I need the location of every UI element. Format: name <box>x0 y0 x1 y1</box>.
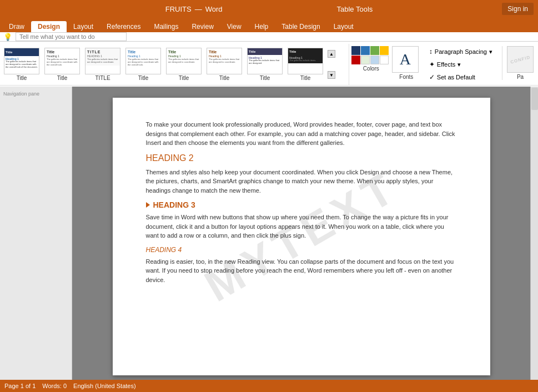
page-container[interactable]: MYTEXT To make your document look profes… <box>72 87 530 380</box>
watermark-label: Pa <box>517 74 524 80</box>
theme-label-3: TITLE <box>95 75 110 81</box>
fonts-label[interactable]: Fonts <box>399 74 413 80</box>
colors-column: Colors <box>351 46 391 72</box>
right-scrollbar[interactable] <box>530 87 538 380</box>
page-content: To make your document look professionall… <box>146 120 457 284</box>
gallery-scroll-controls: ▲ ▼ <box>328 50 335 79</box>
ribbon: 💡 Title Heading 1 The galleries include … <box>0 32 538 87</box>
ribbon-inner: Title Heading 1 The galleries include it… <box>0 42 538 85</box>
theme-item-1[interactable]: Title Heading 1 The galleries include it… <box>2 46 41 83</box>
nav-panel-content: Navigation pane <box>0 87 72 103</box>
heading3-marker <box>146 202 150 208</box>
paragraph-spacing-chevron: ▾ <box>489 48 492 56</box>
effects-chevron: ▾ <box>457 61 461 68</box>
theme-preview-8: Title Heading 1 The galleries include it… <box>288 48 323 74</box>
context-label: Table Tools <box>336 5 373 13</box>
ribbon-right-section: Colors A Fonts ↕ Paragraph Spacing ▾ ✦ E… <box>349 44 536 85</box>
set-as-default-label: Set as Default <box>437 74 475 81</box>
theme-item-2[interactable]: Title Heading 1 The galleries include it… <box>43 46 82 83</box>
heading-2: HEADING 2 <box>146 153 457 163</box>
watermark-column: CONFID Pa <box>502 46 534 80</box>
status-bar: Page 1 of 1 Words: 0 English (United Sta… <box>0 380 538 392</box>
tab-review[interactable]: Review <box>185 21 220 32</box>
set-default-icon: ✓ <box>429 73 435 81</box>
theme-label-7: Title <box>260 75 270 81</box>
file-name: FRUITS <box>165 5 192 13</box>
tab-layout[interactable]: Layout <box>67 21 100 32</box>
effects-button[interactable]: ✦ Effects ▾ <box>425 59 496 70</box>
heading-3: HEADING 3 <box>146 200 457 209</box>
swatch-6 <box>361 56 370 64</box>
title-separator: — <box>195 5 202 13</box>
main-area: Navigation pane MYTEXT To make your docu… <box>0 87 538 380</box>
gallery-scroll-down[interactable]: ▼ <box>328 71 335 79</box>
swatch-7 <box>370 56 379 64</box>
theme-preview-5: Title Heading 1 The galleries include it… <box>166 48 202 74</box>
tab-table-design[interactable]: Table Design <box>275 21 326 32</box>
swatch-4 <box>380 46 389 55</box>
tab-table-layout[interactable]: Layout <box>327 21 360 32</box>
document-page: MYTEXT To make your document look profes… <box>113 98 490 375</box>
theme-label-6: Title <box>219 75 230 81</box>
status-page: Page 1 of 1 <box>4 383 36 389</box>
nav-panel-hint: Navigation pane <box>3 91 68 97</box>
color-swatches <box>351 46 389 64</box>
paragraph-spacing-label: Paragraph Spacing <box>435 48 487 55</box>
tab-mailings[interactable]: Mailings <box>147 21 185 32</box>
watermark-preview: CONFID <box>507 46 534 73</box>
tell-me-bar: 💡 <box>0 32 538 42</box>
gallery-scroll-up[interactable]: ▲ <box>328 50 335 58</box>
title-bar-controls: Sign in <box>502 0 534 18</box>
ribbon-tabs: Draw Design Layout References Mailings R… <box>0 18 538 32</box>
ribbon-actions-col: ↕ Paragraph Spacing ▾ ✦ Effects ▾ ✓ Set … <box>425 46 496 83</box>
theme-label-4: Title <box>138 75 149 81</box>
set-as-default-button[interactable]: ✓ Set as Default <box>425 72 496 83</box>
title-bar: FRUITS — Word Table Tools Sign in <box>0 0 538 18</box>
tab-view[interactable]: View <box>220 21 248 32</box>
effects-icon: ✦ <box>429 61 435 68</box>
body-paragraph-2: Themes and styles also help keep your do… <box>146 168 457 195</box>
heading-3-text: HEADING 3 <box>153 200 195 209</box>
swatch-5 <box>351 56 360 64</box>
theme-preview-6: Title Heading 1 The galleries include it… <box>207 48 242 74</box>
theme-label-8: Title <box>300 75 311 81</box>
theme-preview-3: TITLE HEADING 1 The galleries include it… <box>85 48 120 74</box>
theme-item-6[interactable]: Title Heading 1 The galleries include it… <box>205 46 244 83</box>
theme-preview-2: Title Heading 1 The galleries include it… <box>44 48 80 74</box>
tell-me-input[interactable] <box>16 32 127 41</box>
sign-in-button[interactable]: Sign in <box>502 3 534 15</box>
theme-preview-4: Title Heading 1 The galleries include it… <box>125 48 161 74</box>
theme-item-7[interactable]: Title Heading 1 The galleries include it… <box>245 46 284 83</box>
theme-gallery: Title Heading 1 The galleries include it… <box>2 44 349 85</box>
theme-label-2: Title <box>57 75 68 81</box>
font-preview: A <box>392 46 419 73</box>
swatch-2 <box>361 46 370 55</box>
heading-4: HEADING 4 <box>146 246 457 254</box>
scroll-thumb[interactable] <box>531 88 538 110</box>
product-name: Word <box>205 5 223 13</box>
tab-draw[interactable]: Draw <box>2 21 31 32</box>
theme-item-8[interactable]: Title Heading 1 The galleries include it… <box>286 46 325 83</box>
theme-item-5[interactable]: Title Heading 1 The galleries include it… <box>164 46 203 83</box>
theme-label-5: Title <box>179 75 189 81</box>
body-paragraph-3: Save time in Word with new buttons that … <box>146 213 457 240</box>
fonts-column: A Fonts <box>392 46 421 80</box>
theme-preview-1: Title Heading 1 The galleries include it… <box>4 48 39 74</box>
status-language: English (United States) <box>73 383 136 389</box>
paragraph-spacing-button[interactable]: ↕ Paragraph Spacing ▾ <box>425 46 496 57</box>
colors-label[interactable]: Colors <box>363 66 379 72</box>
swatch-1 <box>351 46 360 55</box>
theme-item-4[interactable]: Title Heading 1 The galleries include it… <box>124 46 163 83</box>
theme-preview-7: Title Heading 1 The galleries include it… <box>247 48 283 74</box>
body-paragraph-4: Reading is easier, too, in the new Readi… <box>146 257 457 285</box>
status-words: Words: 0 <box>42 383 67 389</box>
tab-design[interactable]: Design <box>31 21 67 32</box>
effects-label: Effects <box>437 61 455 68</box>
tab-help[interactable]: Help <box>248 21 275 32</box>
left-panel: Navigation pane <box>0 87 72 380</box>
theme-label-1: Title <box>17 75 27 81</box>
paragraph-spacing-icon: ↕ <box>429 48 433 56</box>
tab-references[interactable]: References <box>100 21 147 32</box>
theme-item-3[interactable]: TITLE HEADING 1 The galleries include it… <box>83 46 122 83</box>
title-bar-text: FRUITS — Word Table Tools <box>165 5 373 13</box>
